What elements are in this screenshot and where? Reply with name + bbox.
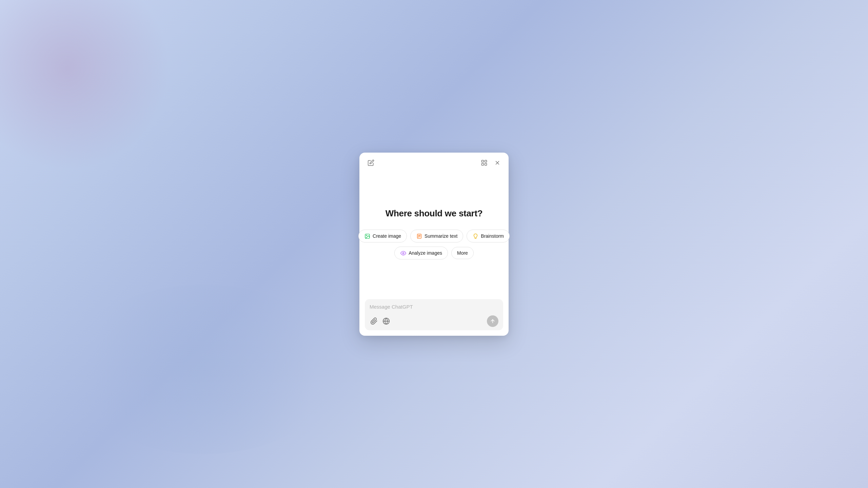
input-area — [359, 295, 509, 336]
message-input[interactable] — [370, 303, 498, 311]
svg-point-7 — [366, 235, 367, 235]
input-toolbar — [370, 315, 498, 327]
send-icon — [490, 318, 495, 324]
brainstorm-button[interactable]: Brainstorm — [467, 230, 510, 242]
input-container — [365, 299, 503, 330]
brainstorm-label: Brainstorm — [481, 233, 504, 239]
create-image-button[interactable]: Create image — [358, 230, 407, 242]
svg-rect-3 — [485, 163, 487, 165]
close-button[interactable] — [493, 158, 502, 167]
brainstorm-icon — [472, 233, 478, 239]
globe-button[interactable] — [382, 317, 391, 326]
create-image-icon — [364, 233, 370, 239]
main-content: Where should we start? Create image — [359, 173, 509, 295]
globe-icon — [382, 317, 390, 325]
summarize-text-label: Summarize text — [425, 233, 457, 239]
expand-icon — [481, 159, 488, 166]
svg-rect-2 — [482, 163, 484, 165]
expand-button[interactable] — [479, 158, 489, 168]
page-heading: Where should we start? — [386, 208, 483, 219]
svg-rect-1 — [485, 160, 487, 162]
window-header — [359, 153, 509, 173]
header-left — [366, 158, 376, 168]
chat-window: Where should we start? Create image — [359, 153, 509, 336]
suggestion-row-1: Create image Summarize text — [358, 230, 510, 242]
summarize-text-button[interactable]: Summarize text — [410, 230, 463, 242]
edit-icon — [368, 159, 374, 166]
create-image-label: Create image — [373, 233, 401, 239]
summarize-text-icon — [416, 233, 422, 239]
analyze-images-label: Analyze images — [409, 250, 442, 256]
send-button[interactable] — [487, 315, 498, 327]
svg-rect-0 — [482, 160, 484, 162]
analyze-images-button[interactable]: Analyze images — [394, 247, 448, 259]
toolbar-left — [370, 317, 391, 326]
header-right — [479, 158, 502, 168]
svg-point-13 — [402, 252, 404, 254]
more-button[interactable]: More — [451, 247, 474, 259]
more-label: More — [457, 250, 468, 256]
paperclip-icon — [370, 317, 378, 325]
analyze-images-icon — [400, 250, 406, 256]
edit-button[interactable] — [366, 158, 376, 168]
suggestion-row-2: Analyze images More — [394, 247, 474, 259]
close-icon — [494, 160, 500, 166]
attach-button[interactable] — [370, 317, 378, 326]
suggestion-buttons: Create image Summarize text — [358, 230, 510, 259]
